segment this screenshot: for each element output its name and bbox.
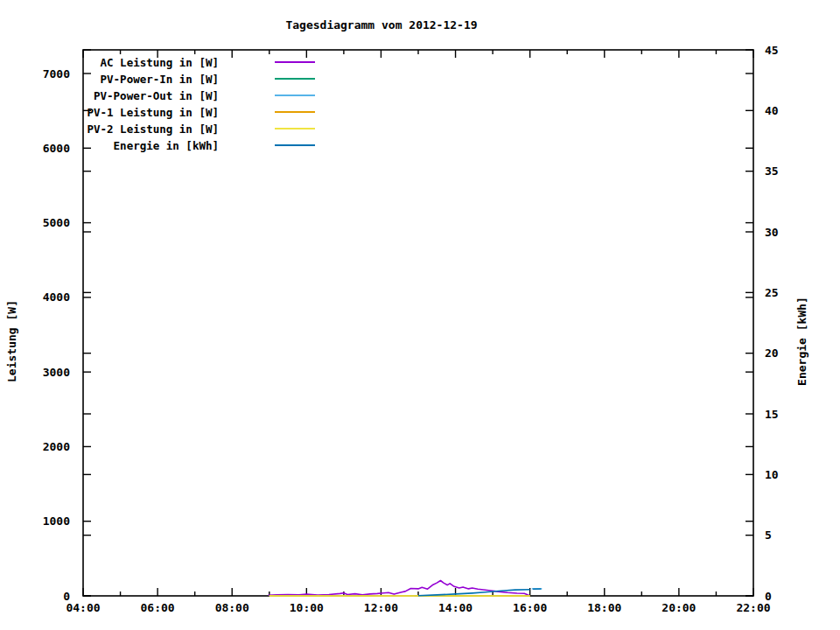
plot-svg: 04:0006:0008:0010:0012:0014:0016:0018:00…	[0, 0, 840, 630]
legend-label: AC Leistung in [W]	[101, 56, 219, 69]
y2-tick-label: 10	[765, 468, 779, 481]
x-tick-label: 14:00	[438, 601, 472, 614]
y2-tick-label: 45	[765, 44, 779, 57]
series-line-0	[269, 581, 530, 597]
y2-tick-label: 0	[765, 590, 772, 603]
y1-tick-label: 2000	[43, 440, 70, 453]
x-tick-label: 08:00	[215, 601, 249, 614]
y1-axis-title: Leistung [W]	[5, 300, 18, 382]
x-tick-label: 04:00	[66, 601, 100, 614]
y1-tick-label: 4000	[43, 290, 70, 304]
y2-tick-label: 20	[765, 346, 779, 360]
y2-axis-title: Energie [kWh]	[795, 297, 808, 386]
y1-tick-label: 0	[63, 590, 70, 603]
x-tick-label: 22:00	[736, 601, 770, 614]
legend-label: PV-2 Leistung in [W]	[87, 122, 219, 136]
x-tick-label: 18:00	[587, 601, 621, 614]
y1-tick-label: 7000	[43, 67, 70, 80]
screenshot-root: Tagesdiagramm vom 2012-12-19 04:0006:000…	[0, 0, 840, 630]
x-tick-label: 06:00	[141, 601, 175, 614]
legend-label: PV-Power-Out in [W]	[94, 89, 219, 102]
legend-label: PV-Power-In in [W]	[101, 73, 219, 86]
legend-label: Energie in [kWh]	[114, 139, 219, 152]
x-tick-label: 20:00	[662, 601, 696, 614]
y2-tick-label: 30	[765, 226, 779, 239]
y2-tick-label: 25	[765, 286, 779, 299]
x-tick-label: 16:00	[513, 601, 547, 614]
y1-tick-label: 5000	[43, 216, 70, 229]
y1-tick-label: 6000	[43, 142, 70, 155]
x-tick-label: 12:00	[364, 601, 398, 614]
y1-tick-label: 3000	[43, 366, 70, 379]
x-tick-label: 10:00	[290, 601, 324, 614]
y2-tick-label: 40	[765, 104, 779, 117]
y2-tick-label: 35	[765, 164, 779, 178]
y2-tick-label: 15	[765, 408, 779, 421]
y1-tick-label: 1000	[43, 514, 70, 528]
legend-label: PV-1 Leistung in [W]	[87, 106, 219, 119]
y2-tick-label: 5	[765, 528, 772, 542]
chart-title: Tagesdiagramm vom 2012-12-19	[0, 18, 763, 32]
